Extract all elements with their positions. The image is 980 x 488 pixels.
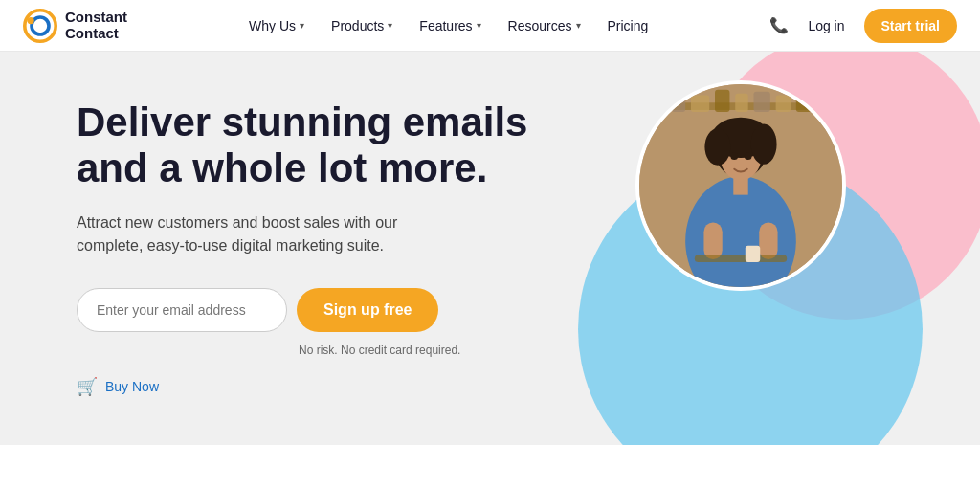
nav-right: 📞 Log in Start trial <box>769 9 957 43</box>
svg-point-25 <box>730 152 738 160</box>
nav-item-resources[interactable]: Resources ▾ <box>497 11 592 41</box>
svg-point-26 <box>745 152 752 160</box>
svg-point-0 <box>25 10 56 40</box>
phone-icon[interactable]: 📞 <box>769 16 789 34</box>
buy-now-link[interactable]: 🛒 Buy Now <box>77 376 536 397</box>
svg-rect-10 <box>753 92 769 112</box>
svg-rect-11 <box>776 96 791 112</box>
hero-content: Deliver stunning emails and a whole lot … <box>77 100 536 397</box>
nav-links: Why Us ▾ Products ▾ Features ▾ Resources… <box>237 11 659 41</box>
nav-item-products[interactable]: Products ▾ <box>320 11 404 41</box>
svg-rect-7 <box>691 96 709 112</box>
chevron-down-icon: ▾ <box>388 20 392 31</box>
chevron-down-icon: ▾ <box>477 20 481 31</box>
bottom-section: What tools are you looking for? <box>0 445 980 488</box>
logo[interactable]: Constant Contact <box>23 9 127 43</box>
svg-rect-5 <box>649 94 665 112</box>
hero-form: Sign up free <box>77 288 536 332</box>
svg-rect-16 <box>759 223 777 260</box>
svg-point-2 <box>28 17 34 24</box>
navbar: Constant Contact Why Us ▾ Products ▾ Fea… <box>0 0 980 52</box>
hero-subtitle: Attract new customers and boost sales wi… <box>77 211 440 257</box>
logo-line2: Contact <box>65 26 127 42</box>
email-input[interactable] <box>77 288 287 332</box>
hero-photo <box>635 80 846 291</box>
hero-visual <box>521 52 980 445</box>
nav-item-pricing[interactable]: Pricing <box>596 11 660 41</box>
bottom-title: What tools are you looking for? <box>19 483 961 488</box>
logo-text: Constant Contact <box>65 10 127 41</box>
logo-line1: Constant <box>65 10 127 26</box>
svg-rect-15 <box>703 223 722 260</box>
logo-icon <box>23 9 57 43</box>
login-button[interactable]: Log in <box>804 12 848 39</box>
nav-item-features[interactable]: Features ▾ <box>408 11 492 41</box>
svg-rect-17 <box>695 255 787 262</box>
chevron-down-icon: ▾ <box>300 20 304 31</box>
nav-item-why-us[interactable]: Why Us ▾ <box>237 11 316 41</box>
svg-point-1 <box>32 17 49 34</box>
chevron-down-icon: ▾ <box>576 20 581 31</box>
svg-point-24 <box>751 123 777 164</box>
cart-icon: 🛒 <box>77 376 98 397</box>
buy-now-label: Buy Now <box>105 379 159 394</box>
svg-rect-9 <box>735 94 747 112</box>
signup-button[interactable]: Sign up free <box>297 288 438 332</box>
hero-section: Deliver stunning emails and a whole lot … <box>0 52 980 445</box>
svg-point-23 <box>704 128 730 166</box>
svg-rect-6 <box>672 92 685 112</box>
start-trial-button[interactable]: Start trial <box>864 9 957 43</box>
svg-rect-8 <box>715 90 729 112</box>
no-risk-text: No risk. No credit card required. <box>299 344 536 357</box>
hero-title: Deliver stunning emails and a whole lot … <box>77 100 536 192</box>
person-image <box>639 84 842 287</box>
svg-rect-18 <box>746 246 760 262</box>
